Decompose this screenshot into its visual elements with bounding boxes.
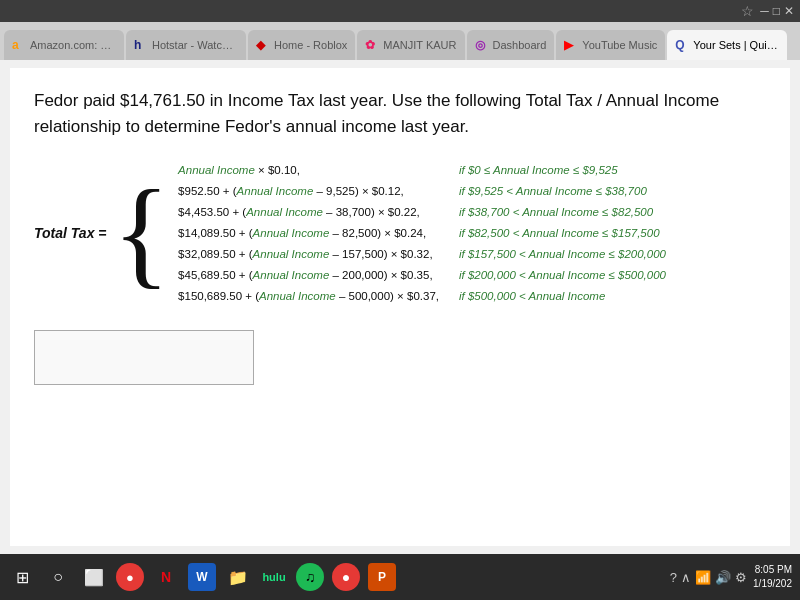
start-button[interactable]: ⊞ xyxy=(8,563,36,591)
case-right-4: if $157,500 < Annual Income ≤ $200,000 xyxy=(459,245,666,264)
case-left-0: Annual Income × $0.10, xyxy=(178,161,439,180)
case-right-1: if $9,525 < Annual Income ≤ $38,700 xyxy=(459,182,666,201)
browser-tab[interactable]: ▶YouTube Music xyxy=(556,30,665,60)
case-left-1: $952.50 + (Annual Income – 9,525) × $0.1… xyxy=(178,182,439,201)
answer-box[interactable] xyxy=(34,330,254,385)
case-left-6: $150,689.50 + (Annual Income – 500,000) … xyxy=(178,287,439,306)
case-left-2: $4,453.50 + (Annual Income – 38,700) × $… xyxy=(178,203,439,222)
formula-label: Total Tax = xyxy=(34,225,106,241)
browser-tab[interactable]: hHotstar - Watch TV... xyxy=(126,30,246,60)
brace-symbol: { xyxy=(112,173,170,293)
tab-label: Dashboard xyxy=(493,39,547,51)
search-button[interactable]: ○ xyxy=(44,563,72,591)
cases-right: if $0 ≤ Annual Income ≤ $9,525if $9,525 … xyxy=(459,161,666,306)
clock: 8:05 PM 1/19/202 xyxy=(753,563,792,591)
browser-tab[interactable]: ◆Home - Roblox xyxy=(248,30,355,60)
taskbar-right: ? ∧ 📶 🔊 ⚙ 8:05 PM 1/19/202 xyxy=(670,563,792,591)
tab-favicon: ▶ xyxy=(564,38,578,52)
tab-label: MANJIT KAUR xyxy=(383,39,456,51)
tab-favicon: Q xyxy=(675,38,689,52)
powerpoint-icon[interactable]: P xyxy=(368,563,396,591)
task-view-button[interactable]: ⬜ xyxy=(80,563,108,591)
tab-label: Hotstar - Watch TV... xyxy=(152,39,238,51)
window-controls[interactable]: ─ □ ✕ xyxy=(760,4,794,18)
tab-label: Your Sets | Quizle xyxy=(693,39,779,51)
browser-tab[interactable]: QYour Sets | Quizle xyxy=(667,30,787,60)
hulu-icon[interactable]: hulu xyxy=(260,563,288,591)
date-display: 1/19/202 xyxy=(753,577,792,591)
page-content: Fedor paid $14,761.50 in Income Tax last… xyxy=(10,68,790,546)
question-icon: ? xyxy=(670,570,677,585)
system-tray: ? ∧ 📶 🔊 ⚙ xyxy=(670,570,747,585)
tab-favicon: a xyxy=(12,38,26,52)
formula-container: Total Tax = { Annual Income × $0.10,$952… xyxy=(34,161,766,306)
tab-bar: aAmazon.com: Prim...hHotstar - Watch TV.… xyxy=(0,22,800,60)
content-area: Fedor paid $14,761.50 in Income Tax last… xyxy=(0,60,800,554)
cases-left: Annual Income × $0.10,$952.50 + (Annual … xyxy=(178,161,439,306)
netflix-icon[interactable]: N xyxy=(152,563,180,591)
problem-text: Fedor paid $14,761.50 in Income Tax last… xyxy=(34,88,766,139)
tab-label: Amazon.com: Prim... xyxy=(30,39,116,51)
star-icon: ☆ xyxy=(741,3,754,19)
taskbar-left: ⊞ ○ ⬜ ● N W 📁 hulu ♫ ● P xyxy=(8,563,664,591)
browser-tab[interactable]: ◎Dashboard xyxy=(467,30,555,60)
case-right-2: if $38,700 < Annual Income ≤ $82,500 xyxy=(459,203,666,222)
chevron-icon: ∧ xyxy=(681,570,691,585)
file-explorer-icon[interactable]: 📁 xyxy=(224,563,252,591)
settings-icon: ⚙ xyxy=(735,570,747,585)
network-icon: 📶 xyxy=(695,570,711,585)
tab-favicon: ◆ xyxy=(256,38,270,52)
cases-table: Annual Income × $0.10,$952.50 + (Annual … xyxy=(178,161,666,306)
tab-favicon: h xyxy=(134,38,148,52)
minimize-icon[interactable]: ─ xyxy=(760,4,769,18)
app-icon-red[interactable]: ● xyxy=(332,563,360,591)
close-icon[interactable]: ✕ xyxy=(784,4,794,18)
tab-label: YouTube Music xyxy=(582,39,657,51)
tab-favicon: ✿ xyxy=(365,38,379,52)
case-right-5: if $200,000 < Annual Income ≤ $500,000 xyxy=(459,266,666,285)
word-icon[interactable]: W xyxy=(188,563,216,591)
chrome-icon[interactable]: ● xyxy=(116,563,144,591)
taskbar: ⊞ ○ ⬜ ● N W 📁 hulu ♫ ● P ? ∧ 📶 🔊 ⚙ 8:05 … xyxy=(0,554,800,600)
case-left-3: $14,089.50 + (Annual Income – 82,500) × … xyxy=(178,224,439,243)
spotify-icon[interactable]: ♫ xyxy=(296,563,324,591)
tab-favicon: ◎ xyxy=(475,38,489,52)
maximize-icon[interactable]: □ xyxy=(773,4,780,18)
tab-label: Home - Roblox xyxy=(274,39,347,51)
time-display: 8:05 PM xyxy=(753,563,792,577)
browser-tab[interactable]: ✿MANJIT KAUR xyxy=(357,30,464,60)
browser-bar: ☆ ─ □ ✕ xyxy=(0,0,800,22)
case-right-6: if $500,000 < Annual Income xyxy=(459,287,666,306)
case-right-0: if $0 ≤ Annual Income ≤ $9,525 xyxy=(459,161,666,180)
case-right-3: if $82,500 < Annual Income ≤ $157,500 xyxy=(459,224,666,243)
volume-icon: 🔊 xyxy=(715,570,731,585)
case-left-4: $32,089.50 + (Annual Income – 157,500) ×… xyxy=(178,245,439,264)
browser-tab[interactable]: aAmazon.com: Prim... xyxy=(4,30,124,60)
case-left-5: $45,689.50 + (Annual Income – 200,000) ×… xyxy=(178,266,439,285)
